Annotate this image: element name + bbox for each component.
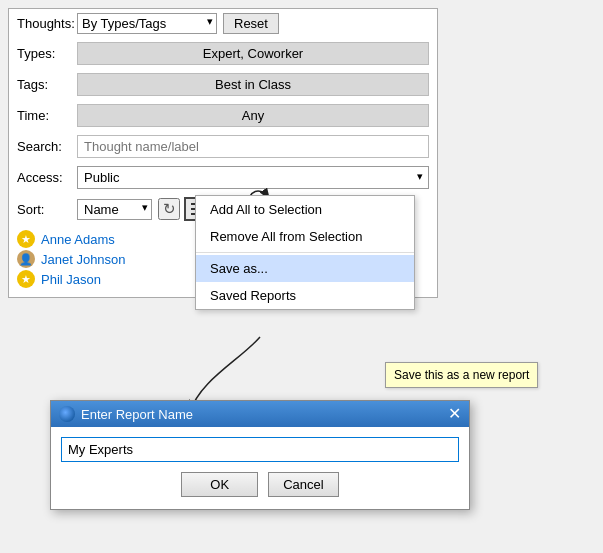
context-menu-remove-all[interactable]: Remove All from Selection xyxy=(196,223,414,250)
tooltip-text: Save this as a new report xyxy=(394,368,529,382)
person-icon: 👤 xyxy=(17,250,35,268)
context-menu-saved-reports[interactable]: Saved Reports xyxy=(196,282,414,309)
report-name-input[interactable] xyxy=(61,437,459,462)
thoughts-row: Thoughts: By Types/Tags Reset xyxy=(9,9,437,38)
search-input[interactable] xyxy=(77,135,429,158)
dialog-icon xyxy=(59,406,75,422)
dialog-title-left: Enter Report Name xyxy=(59,406,193,422)
access-dropdown-wrapper[interactable]: Public xyxy=(77,166,429,189)
tags-content: Best in Class xyxy=(77,73,429,96)
person-icon: ★ xyxy=(17,230,35,248)
search-row: Search: xyxy=(9,131,437,162)
tags-label: Tags: xyxy=(17,77,77,92)
thoughts-dropdown-wrapper[interactable]: By Types/Tags xyxy=(77,13,217,34)
tags-row: Tags: Best in Class xyxy=(9,69,437,100)
time-label: Time: xyxy=(17,108,77,123)
refresh-button[interactable]: ↻ xyxy=(158,198,180,220)
time-content: Any xyxy=(77,104,429,127)
time-button[interactable]: Any xyxy=(77,104,429,127)
person-name: Janet Johnson xyxy=(41,252,126,267)
dialog-titlebar: Enter Report Name ✕ xyxy=(51,401,469,427)
thoughts-label: Thoughts: xyxy=(17,16,77,31)
person-icon: ★ xyxy=(17,270,35,288)
sort-select[interactable]: Name xyxy=(77,199,152,220)
dialog-body: OK Cancel xyxy=(51,427,469,509)
context-menu-save-as[interactable]: Save as... xyxy=(196,255,414,282)
types-label: Types: xyxy=(17,46,77,61)
thoughts-select[interactable]: By Types/Tags xyxy=(77,13,217,34)
dialog-buttons: OK Cancel xyxy=(61,472,459,497)
types-content: Expert, Coworker xyxy=(77,42,429,65)
person-name: Phil Jason xyxy=(41,272,101,287)
search-content xyxy=(77,135,429,158)
tooltip: Save this as a new report xyxy=(385,362,538,388)
ok-button[interactable]: OK xyxy=(181,472,258,497)
types-row: Types: Expert, Coworker xyxy=(9,38,437,69)
report-name-dialog: Enter Report Name ✕ OK Cancel xyxy=(50,400,470,510)
sort-label: Sort: xyxy=(17,202,77,217)
search-label: Search: xyxy=(17,139,77,154)
access-label: Access: xyxy=(17,170,77,185)
reset-button[interactable]: Reset xyxy=(223,13,279,34)
person-name: Anne Adams xyxy=(41,232,115,247)
time-row: Time: Any xyxy=(9,100,437,131)
context-menu: Add All to Selection Remove All from Sel… xyxy=(195,195,415,310)
dialog-title: Enter Report Name xyxy=(81,407,193,422)
access-select[interactable]: Public xyxy=(77,166,429,189)
dialog-close-button[interactable]: ✕ xyxy=(448,406,461,422)
access-row: Access: Public xyxy=(9,162,437,193)
types-button[interactable]: Expert, Coworker xyxy=(77,42,429,65)
tags-button[interactable]: Best in Class xyxy=(77,73,429,96)
context-menu-divider xyxy=(196,252,414,253)
access-content: Public xyxy=(77,166,429,189)
sort-dropdown-wrapper[interactable]: Name xyxy=(77,199,152,220)
cancel-button[interactable]: Cancel xyxy=(268,472,338,497)
context-menu-add-all[interactable]: Add All to Selection xyxy=(196,196,414,223)
